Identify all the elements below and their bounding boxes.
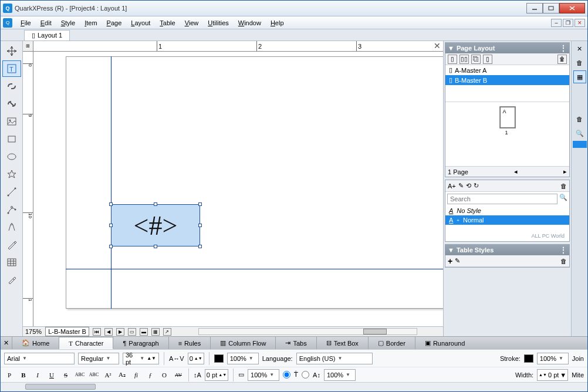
smallcaps-button[interactable]: ABC [75,370,85,380]
stroke-opacity-combo[interactable]: 100%▼ [537,353,569,364]
menu-window[interactable]: Window [234,18,266,28]
zoom-value[interactable]: 175% [25,328,42,335]
line-tool-icon[interactable] [2,184,21,200]
horizontal-scrollbar[interactable] [198,328,417,335]
bezier-tool-icon[interactable] [2,201,21,218]
superscript-button[interactable]: A² [103,370,113,380]
ribbon-tab-paragraph[interactable]: ¶Paragraph [113,337,168,349]
ribbon-tab-character[interactable]: TCharacter [59,337,113,349]
edit-style-icon[interactable]: ✎ [458,182,464,190]
stepper-icon[interactable]: ▲▼ [539,373,547,377]
menu-utilities[interactable]: Utilities [203,18,233,28]
menu-help[interactable]: Help [266,18,289,28]
width-spinner[interactable]: ▲▼0 pt▼ [537,369,568,381]
menu-edit[interactable]: Edit [36,18,56,28]
resize-handle[interactable] [198,224,202,227]
oval-tool-icon[interactable] [2,148,21,165]
resize-handle[interactable] [198,245,202,248]
function-button[interactable]: ƒ [145,370,156,380]
underline-button[interactable]: U [46,370,57,380]
ribbon-tab-textbox[interactable]: ⊟Text Box [317,337,369,349]
vertical-ruler[interactable]: 0 9 10 1 [23,52,33,326]
stroke-color-swatch[interactable] [524,354,533,363]
text-tool-icon[interactable]: T [2,60,21,77]
first-page-button[interactable]: ⏮ [93,328,101,336]
page-canvas[interactable]: <#> [33,52,443,326]
move-tool-icon[interactable] [2,43,21,59]
subscript-button[interactable]: A₂ [117,370,127,380]
panel-menu-icon[interactable]: ⋮ [560,44,567,52]
stepper-icon[interactable]: ▲▼ [147,356,156,361]
expand-icon[interactable]: ↗ [163,328,171,336]
star-tool-icon[interactable] [2,166,21,183]
resize-handle[interactable] [154,245,157,248]
collapse-icon[interactable]: ▼ [448,246,454,254]
mdi-restore[interactable]: ❐ [563,19,573,27]
resize-handle[interactable] [109,224,113,227]
trash-icon[interactable]: 🗑 [557,55,567,64]
trash-icon[interactable]: 🗑 [560,183,567,190]
plain-button[interactable]: P [4,370,15,380]
doc-tab[interactable]: ▯ Layout 1 [24,30,70,40]
update-style-icon[interactable]: ↻ [474,182,479,190]
next-page-button[interactable]: ▶ [116,328,124,336]
search-icon[interactable]: 🔍 [559,194,567,204]
font-weight-combo[interactable]: Regular▼ [78,353,119,364]
view-mode-1-icon[interactable]: ▭ [128,328,136,336]
scroll-right-icon[interactable]: ▸ [563,168,567,175]
bold-button[interactable]: B [18,370,29,380]
trash-strip-icon[interactable]: 🗑 [573,113,586,126]
ribbon-tab-border[interactable]: ▢Border [369,337,415,349]
prev-page-button[interactable]: ◀ [104,328,113,336]
ribbon-tab-runaround[interactable]: ▣Runaround [415,337,474,349]
rect-tool-icon[interactable] [2,131,21,147]
maximize-button[interactable] [543,3,559,13]
resize-handle[interactable] [109,245,113,248]
text-color-swatch[interactable] [214,354,224,363]
master-item-selected[interactable]: ▯B-Master B [445,75,569,85]
app-menu-icon[interactable]: Q [3,18,12,28]
facing-page-icon[interactable]: ▯▯ [459,55,469,64]
trash-strip-icon[interactable]: 🗑 [573,56,586,69]
collapse-icon[interactable]: ▼ [448,45,454,52]
pen-tool-icon[interactable] [2,219,21,235]
new-style-icon[interactable]: A+ [448,183,456,190]
style-search-input[interactable] [447,194,557,204]
vscale-combo[interactable]: 100%▼ [324,369,356,381]
kern-button[interactable]: AV [173,370,184,380]
section-icon[interactable]: ▯̣ [483,55,492,64]
language-combo[interactable]: English (US)▼ [296,353,373,364]
single-page-icon[interactable]: ▯ [448,55,457,64]
resize-handle[interactable] [154,202,157,206]
master-item[interactable]: ▯A-Master A [445,65,569,75]
table-tool-icon[interactable] [2,254,21,271]
font-family-combo[interactable]: Arial▼ [4,353,75,364]
hscale-radio[interactable] [283,371,290,379]
resize-handle[interactable] [198,202,202,206]
menu-file[interactable]: File [16,18,36,28]
ribbon-tab-tabs[interactable]: ⇥Tabs [276,337,316,349]
horizontal-ruler[interactable]: 1 2 3 [33,41,443,52]
duplicate-icon[interactable]: ⿻ [471,55,481,64]
resize-handle[interactable] [109,202,113,206]
scrollbar-thumb[interactable] [363,329,387,334]
color-opacity-combo[interactable]: 100%▼ [227,353,259,364]
selected-text-box[interactable]: <#> [111,204,200,246]
menu-style[interactable]: Style [56,18,80,28]
menu-page[interactable]: Page [102,18,127,28]
unlink-tool-icon[interactable] [2,96,21,112]
minimize-button[interactable] [526,3,543,13]
tracking-spinner[interactable]: 0▲▼ [188,353,204,364]
trash-icon[interactable]: 🗑 [560,258,567,265]
stepper-icon[interactable]: ▲▼ [218,373,227,377]
link-tool-icon[interactable] [2,78,21,94]
font-size-combo[interactable]: 36 pt▼▲▼ [123,353,159,364]
allcaps-button[interactable]: ABC [89,370,99,380]
menu-layout[interactable]: Layout [126,18,155,28]
close-button[interactable] [559,3,585,13]
stepper-icon[interactable]: ▲▼ [194,356,202,360]
ribbon-tab-rules[interactable]: ≡Rules [169,337,211,349]
outline-button[interactable]: O [159,370,170,380]
mdi-minimize[interactable]: – [551,19,562,27]
panel-close-icon[interactable]: ✕ [573,42,586,55]
